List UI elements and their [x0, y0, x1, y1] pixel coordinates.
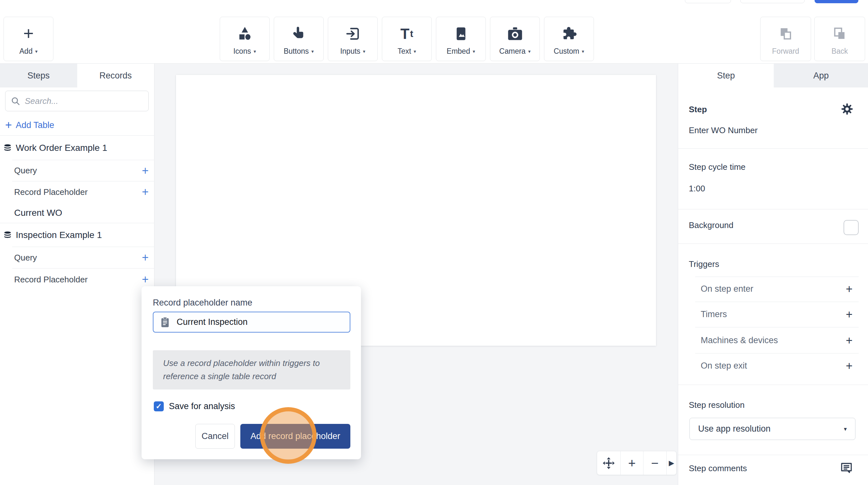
- tab-records[interactable]: Records: [77, 64, 154, 88]
- chevron-down-icon: ▾: [582, 49, 584, 54]
- add-trigger-icon[interactable]: +: [846, 335, 852, 346]
- add-trigger-icon[interactable]: +: [846, 283, 852, 295]
- cycle-time-label: Step cycle time: [689, 162, 745, 172]
- step-comments-label: Step comments: [689, 463, 747, 474]
- chevron-down-icon: ▾: [473, 49, 475, 54]
- save-for-analysis-label: Save for analysis: [169, 401, 235, 411]
- selected-resolution: Use app resolution: [698, 424, 844, 434]
- sidebar: Steps Records + Add Table Work Order Exa…: [0, 64, 154, 485]
- add-button-label: Add: [19, 47, 32, 56]
- background-color-swatch[interactable]: [843, 220, 859, 235]
- camera-menu-button[interactable]: Camera▾: [490, 17, 540, 61]
- trigger-timers: Timers: [701, 310, 727, 319]
- back-button[interactable]: Back: [814, 17, 865, 61]
- comments-icon[interactable]: [840, 461, 853, 476]
- divider: [678, 455, 868, 455]
- trigger-machines-devices: Machines & devices: [701, 335, 778, 346]
- list-item-record-placeholder[interactable]: Record Placeholder +: [0, 182, 154, 203]
- tab-app[interactable]: App: [774, 64, 868, 88]
- table-name: Work Order Example 1: [16, 143, 107, 153]
- header-button-2[interactable]: [740, 0, 805, 3]
- panel-tabs: Step App: [678, 64, 868, 88]
- text-menu-label: Text: [398, 47, 411, 56]
- save-for-analysis-checkbox[interactable]: ✓: [154, 401, 164, 411]
- plus-icon: +: [4, 17, 53, 47]
- arrow-right-icon: ▶: [669, 459, 674, 467]
- add-record-placeholder-button[interactable]: Add record placeholder: [240, 424, 350, 449]
- row-label: Record Placeholder: [14, 187, 88, 197]
- canvas-zoom-controls: + − ▶: [597, 451, 677, 475]
- add-table-label: Add Table: [16, 120, 54, 130]
- icons-menu-button[interactable]: Icons▾: [220, 17, 270, 61]
- table-row-work-order[interactable]: Work Order Example 1: [0, 136, 154, 160]
- modal-field-label: Record placeholder name: [153, 298, 252, 308]
- chevron-down-icon: ▾: [528, 49, 531, 54]
- record-placeholder-current-wo[interactable]: Current WO: [0, 203, 154, 223]
- toolbar: + Add▾ Icons▾ Buttons▾ Inputs▾: [0, 13, 868, 64]
- sidebar-tabs: Steps Records: [0, 64, 154, 88]
- forward-button[interactable]: Forward: [760, 17, 811, 61]
- help-box: Use a record placeholder within triggers…: [153, 350, 350, 389]
- step-section-title: Step: [689, 104, 707, 115]
- clipboard-icon: [160, 317, 170, 328]
- buttons-menu-label: Buttons: [284, 47, 309, 56]
- gear-icon[interactable]: [840, 102, 854, 117]
- tab-step[interactable]: Step: [678, 64, 774, 88]
- inputs-menu-button[interactable]: Inputs▾: [328, 17, 378, 61]
- zoom-in-button[interactable]: +: [621, 451, 643, 475]
- camera-icon: [490, 17, 539, 47]
- chevron-down-icon: ▾: [311, 49, 314, 54]
- divider: [678, 244, 868, 244]
- record-placeholder-name-field: [153, 312, 350, 332]
- app-window: + Add▾ Icons▾ Buttons▾ Inputs▾: [0, 0, 868, 485]
- add-query-icon[interactable]: +: [142, 252, 149, 263]
- camera-menu-label: Camera: [499, 47, 526, 56]
- puzzle-icon: [544, 17, 594, 47]
- record-placeholder-name-input[interactable]: [177, 317, 343, 327]
- list-item-record-placeholder[interactable]: Record Placeholder +: [0, 268, 154, 290]
- table-row-inspection[interactable]: Inspection Example 1: [0, 224, 154, 247]
- add-trigger-icon[interactable]: +: [846, 309, 852, 320]
- background-label: Background: [689, 220, 734, 230]
- divider: [678, 209, 868, 209]
- header-primary-button[interactable]: [815, 0, 858, 3]
- chevron-down-icon: ▾: [253, 49, 256, 54]
- record-placeholder-modal: Record placeholder name Use a record pla…: [142, 286, 361, 459]
- pointer-hand-icon: [274, 17, 323, 47]
- search-input[interactable]: [25, 96, 143, 106]
- tab-steps[interactable]: Steps: [0, 64, 77, 88]
- divider: [0, 135, 154, 136]
- zoom-out-button[interactable]: −: [644, 451, 666, 475]
- row-label: Query: [14, 166, 37, 175]
- cancel-button[interactable]: Cancel: [195, 424, 235, 449]
- step-resolution-select[interactable]: Use app resolution ▾: [689, 418, 856, 440]
- list-item-query[interactable]: Query +: [0, 247, 154, 268]
- right-panel: Step App Step Enter WO Number Step cycle…: [678, 64, 868, 485]
- cycle-time-value[interactable]: 1:00: [689, 184, 705, 194]
- chevron-down-icon: ▾: [363, 49, 366, 54]
- add-button[interactable]: + Add▾: [4, 17, 53, 61]
- image-icon: [436, 17, 486, 47]
- trigger-on-step-enter: On step enter: [701, 284, 753, 294]
- buttons-menu-button[interactable]: Buttons▾: [274, 17, 324, 61]
- embed-menu-button[interactable]: Embed▾: [436, 17, 486, 61]
- text-menu-button[interactable]: Tt Text▾: [382, 17, 432, 61]
- inputs-menu-label: Inputs: [340, 47, 360, 56]
- step-resolution-label: Step resolution: [689, 400, 744, 410]
- list-item-query[interactable]: Query +: [0, 160, 154, 181]
- divider: [695, 327, 859, 327]
- add-query-icon[interactable]: +: [142, 165, 149, 176]
- caret-down-icon: ▾: [844, 425, 847, 432]
- embed-menu-label: Embed: [446, 47, 470, 56]
- divider: [695, 302, 859, 302]
- expand-controls-button[interactable]: ▶: [666, 451, 676, 475]
- add-record-placeholder-icon[interactable]: +: [142, 186, 149, 198]
- add-record-placeholder-icon[interactable]: +: [142, 274, 149, 285]
- pan-tool-button[interactable]: [597, 451, 621, 475]
- custom-menu-button[interactable]: Custom▾: [544, 17, 594, 61]
- table-name: Inspection Example 1: [16, 230, 102, 240]
- header-button-1[interactable]: [685, 0, 731, 3]
- add-table-button[interactable]: + Add Table: [5, 118, 54, 132]
- add-trigger-icon[interactable]: +: [846, 360, 852, 372]
- custom-menu-label: Custom: [554, 47, 579, 56]
